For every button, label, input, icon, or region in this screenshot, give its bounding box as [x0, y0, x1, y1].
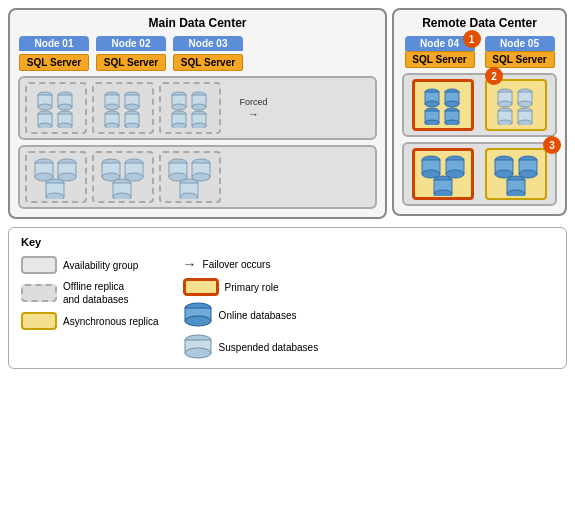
key-suspended-db-label: Suspended databases [219, 342, 319, 353]
remote-data-center: Remote Data Center 1 Node 04 SQL Server … [392, 8, 567, 216]
svg-point-23 [125, 123, 139, 128]
remote-top-ag-row: 2 [402, 73, 557, 137]
svg-point-26 [172, 104, 186, 110]
diagram-container: Main Data Center Node 01 SQL Server Node… [0, 0, 575, 377]
svg-point-71 [425, 120, 439, 125]
main-data-center: Main Data Center Node 01 SQL Server Node… [8, 8, 387, 219]
node-05-sql: SQL Server [485, 51, 555, 68]
node-05-label: Node 05 [485, 36, 555, 51]
arrow-line: → [248, 108, 259, 120]
svg-point-104 [507, 190, 525, 196]
key-section: Key Availability group Offline replicaan… [8, 227, 567, 369]
svg-point-8 [38, 123, 52, 128]
forced-arrow: Forced → [226, 97, 281, 120]
remote-dc-title: Remote Data Center [402, 16, 557, 30]
replica-04-top-primary [412, 79, 474, 131]
key-primary-icon [183, 278, 219, 296]
svg-point-86 [518, 120, 532, 125]
svg-point-107 [185, 316, 211, 326]
badge-1: 1 [463, 30, 481, 48]
node-02-label: Node 02 [96, 36, 166, 51]
key-online-db-icon [183, 302, 213, 328]
svg-point-83 [498, 120, 512, 125]
key-item-offline: Offline replicaand databases [21, 280, 159, 306]
replica-03-bottom [159, 151, 221, 203]
full-diagram: Main Data Center Node 01 SQL Server Node… [8, 8, 567, 219]
svg-point-65 [425, 101, 439, 107]
node-03-label: Node 03 [173, 36, 243, 51]
forced-label: Forced [239, 97, 267, 107]
svg-point-11 [58, 123, 72, 128]
key-primary-label: Primary role [225, 282, 279, 293]
replica-01-bottom [25, 151, 87, 203]
svg-point-5 [58, 104, 72, 110]
node-01-label: Node 01 [19, 36, 89, 51]
bottom-ag-row [18, 145, 377, 209]
badge-3: 3 [543, 136, 561, 154]
key-failover-label: Failover occurs [203, 259, 271, 270]
svg-point-62 [180, 193, 198, 199]
node-05-wrapper: Node 05 SQL Server [485, 36, 555, 68]
svg-point-14 [105, 104, 119, 110]
svg-point-95 [434, 190, 452, 196]
key-suspended-db-icon [183, 334, 213, 360]
replica-03-top [159, 82, 221, 134]
key-item-online-db: Online databases [183, 302, 319, 328]
remote-nodes-header: 1 Node 04 SQL Server Node 05 SQL Server [402, 36, 557, 68]
main-dc-title: Main Data Center [18, 16, 377, 30]
replica-05-bottom-async [485, 148, 547, 200]
key-failover-arrow: → [183, 256, 197, 272]
node-02-sql: SQL Server [96, 54, 166, 71]
key-offline-icon [21, 284, 57, 302]
node-02-block: Node 02 SQL Server [95, 36, 167, 71]
svg-point-20 [105, 123, 119, 128]
key-async-icon [21, 312, 57, 330]
badge-2: 2 [485, 67, 503, 85]
key-async-label: Asynchronous replica [63, 316, 159, 327]
node-01-block: Node 01 SQL Server [18, 36, 90, 71]
svg-point-53 [113, 193, 131, 199]
svg-point-17 [125, 104, 139, 110]
top-ag-row: Forced → [18, 76, 377, 140]
svg-point-44 [46, 193, 64, 199]
svg-point-29 [192, 104, 206, 110]
node-04-wrapper: 1 Node 04 SQL Server [405, 36, 475, 68]
key-ag-label: Availability group [63, 260, 138, 271]
node-03-sql: SQL Server [173, 54, 243, 71]
svg-point-74 [445, 120, 459, 125]
key-item-ag: Availability group [21, 256, 159, 274]
replica-02-bottom [92, 151, 154, 203]
key-offline-label: Offline replicaand databases [63, 280, 129, 306]
svg-point-2 [38, 104, 52, 110]
node-01-sql: SQL Server [19, 54, 89, 71]
key-item-suspended-db: Suspended databases [183, 334, 319, 360]
key-ag-icon [21, 256, 57, 274]
replica-01-top [25, 82, 87, 134]
key-item-async: Asynchronous replica [21, 312, 159, 330]
replica-05-top-async [485, 79, 547, 131]
svg-point-77 [498, 101, 512, 107]
svg-point-35 [192, 123, 206, 128]
key-item-primary: Primary role [183, 278, 319, 296]
svg-point-32 [172, 123, 186, 128]
svg-point-68 [445, 101, 459, 107]
replica-02-top [92, 82, 154, 134]
main-nodes-header: Node 01 SQL Server Node 02 SQL Server No… [18, 36, 377, 71]
svg-point-80 [518, 101, 532, 107]
node-04-sql: SQL Server [405, 51, 475, 68]
key-online-db-label: Online databases [219, 310, 297, 321]
key-title: Key [21, 236, 554, 248]
replica-04-bottom-primary [412, 148, 474, 200]
node-03-block: Node 03 SQL Server [172, 36, 244, 71]
svg-point-110 [185, 348, 211, 358]
remote-bottom-ag-row: 3 [402, 142, 557, 206]
key-item-failover: → Failover occurs [183, 256, 319, 272]
